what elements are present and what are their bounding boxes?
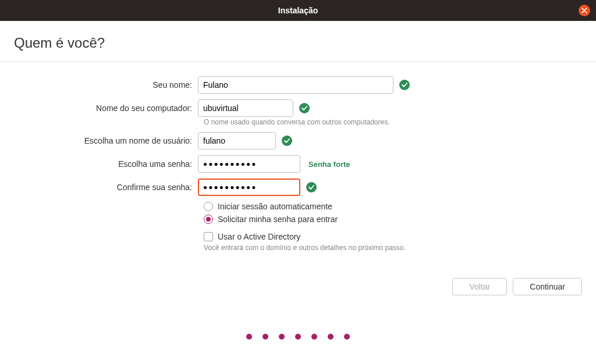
dot — [279, 334, 285, 340]
name-input[interactable] — [198, 76, 393, 94]
row-password: Escolha uma senha: Senha forte — [14, 155, 582, 173]
dot — [344, 334, 350, 340]
ad-hint: Você entrará com o domínio e outros deta… — [204, 244, 582, 252]
label-name: Seu nome: — [14, 80, 198, 90]
continue-button[interactable]: Continuar — [513, 278, 582, 295]
row-confirm: Confirme sua senha: — [14, 179, 582, 196]
close-icon — [581, 8, 587, 13]
password-input[interactable] — [198, 155, 300, 173]
check-icon — [306, 182, 317, 192]
radio-auto-label: Iniciar sessão automaticamente — [218, 202, 332, 211]
label-confirm: Confirme sua senha: — [14, 183, 198, 192]
divider — [0, 62, 596, 62]
check-icon — [399, 80, 410, 90]
radio-icon-selected — [204, 215, 213, 224]
progress-dots — [246, 334, 350, 340]
radio-auto-login[interactable]: Iniciar sessão automaticamente — [204, 202, 582, 211]
label-password: Escolha uma senha: — [14, 159, 198, 169]
radio-require-password[interactable]: Solicitar minha senha para entrar — [204, 215, 582, 224]
close-button[interactable] — [579, 5, 590, 16]
dot — [262, 334, 268, 340]
window-title: Instalação — [278, 6, 318, 15]
dot — [311, 334, 317, 340]
computer-input[interactable] — [198, 99, 293, 117]
confirm-password-input[interactable] — [198, 179, 300, 196]
dot — [295, 334, 301, 340]
button-bar: Voltar Continuar — [452, 278, 582, 295]
checkbox-active-directory[interactable]: Usar o Active Directory — [204, 232, 582, 241]
titlebar: Instalação — [0, 0, 596, 21]
password-strength: Senha forte — [308, 160, 350, 169]
check-icon — [282, 135, 292, 146]
label-username: Escolha um nome de usuário: — [14, 136, 198, 145]
radio-password-label: Solicitar minha senha para entrar — [218, 215, 338, 224]
dot — [328, 334, 334, 340]
check-icon — [299, 103, 310, 113]
content-area: Quem é você? Seu nome: Nome do seu compu… — [0, 21, 596, 252]
page-title: Quem é você? — [14, 35, 582, 51]
computer-hint: O nome usado quando conversa com outros … — [204, 118, 582, 126]
dot — [246, 334, 252, 340]
username-input[interactable] — [198, 132, 276, 149]
checkbox-ad-label: Usar o Active Directory — [218, 232, 300, 241]
back-button[interactable]: Voltar — [452, 278, 507, 295]
checkbox-icon — [204, 232, 213, 241]
row-username: Escolha um nome de usuário: — [14, 132, 582, 149]
login-options: Iniciar sessão automaticamente Solicitar… — [204, 202, 582, 224]
row-name: Seu nome: — [14, 76, 582, 94]
radio-icon — [204, 202, 213, 211]
label-computer: Nome do seu computador: — [14, 104, 198, 113]
row-computer: Nome do seu computador: — [14, 99, 582, 117]
